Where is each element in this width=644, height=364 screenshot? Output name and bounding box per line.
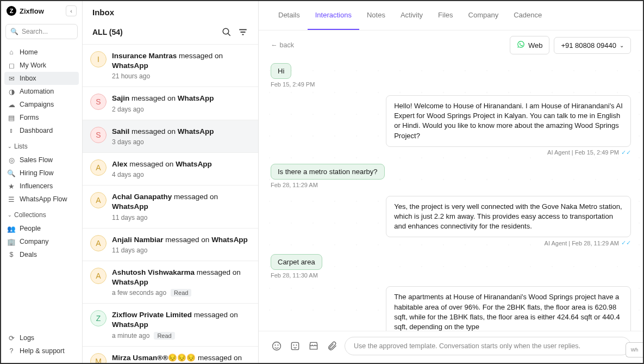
message-meta: AI Agent | Feb 28, 11:29 AM✓✓ <box>545 239 631 246</box>
sidebar-item-hiring-flow[interactable]: 🔍Hiring Flow <box>1 166 82 180</box>
thread-meta: 3 days ago <box>112 138 251 146</box>
emoji-icon[interactable] <box>271 340 283 352</box>
back-button[interactable]: ← back <box>271 41 294 49</box>
sidebar-item-people[interactable]: 👥People <box>1 222 82 235</box>
phone-selector[interactable]: +91 80808 09440 ⌄ <box>554 37 631 54</box>
help-&-support-icon: ? <box>8 347 15 355</box>
sidebar-item-influencers[interactable]: ★Influencers <box>1 180 82 193</box>
thread-title: Ashutosh Vishwakarma messaged on WhatsAp… <box>112 268 251 287</box>
thread-meta: a few seconds agoRead <box>112 289 251 297</box>
thread-meta: a minute agoRead <box>112 332 251 340</box>
thread-meta: 21 hours ago <box>112 72 251 80</box>
thread-meta: 2 days ago <box>112 106 251 113</box>
svg-line-1 <box>228 33 230 36</box>
support-widget[interactable]: Wh <box>626 342 643 357</box>
thread-row[interactable]: MMirza Usman®®😔😔😔 messaged on WhatsApp2 … <box>83 347 258 363</box>
sidebar-item-help-&-support[interactable]: ?Help & support <box>1 344 82 357</box>
thread-title: Anjali Nambiar messaged on WhatsApp <box>112 235 251 245</box>
avatar: Z <box>90 310 107 326</box>
message-group: The apartments at House of Hiranandani's… <box>271 286 631 331</box>
read-badge: Read <box>171 289 191 297</box>
message-group: Hello! Welcome to House of Hiranandani. … <box>271 95 631 156</box>
sidebar-item-automation[interactable]: ◑Automation <box>1 85 82 98</box>
message-inbound: Carpet area <box>271 254 322 270</box>
inbox-icon: ✉ <box>8 75 15 82</box>
sidebar-item-inbox[interactable]: ✉Inbox <box>4 72 79 85</box>
svg-rect-8 <box>291 342 298 349</box>
message-group: HiFeb 15, 2:49 PM <box>271 63 631 88</box>
sidebar-item-company[interactable]: 🏢Company <box>1 235 82 248</box>
avatar: A <box>90 268 107 284</box>
tab-notes[interactable]: Notes <box>359 1 393 30</box>
tab-interactions[interactable]: Interactions <box>308 1 359 30</box>
sidebar-item-sales-flow[interactable]: ◎Sales Flow <box>1 153 82 166</box>
sales-flow-icon: ◎ <box>8 156 15 164</box>
message-group: Carpet areaFeb 28, 11:30 AM <box>271 254 631 279</box>
thread-meta: 11 days ago <box>112 214 251 221</box>
collections-section-header[interactable]: ⌄ Collections <box>1 207 82 221</box>
tab-company[interactable]: Company <box>461 1 507 30</box>
sidebar-collapse-button[interactable]: ‹ <box>66 5 77 16</box>
sidebar-item-label: Company <box>20 238 49 245</box>
thread-row[interactable]: SSahil messaged on WhatsApp3 days ago <box>83 120 258 153</box>
sidebar-item-my-work[interactable]: ◻My Work <box>1 59 82 72</box>
thread-row[interactable]: AAlex messaged on WhatsApp4 days ago <box>83 153 258 186</box>
thread-row[interactable]: AAchal Ganapathy messaged on WhatsApp11 … <box>83 186 258 228</box>
sidebar-item-label: Influencers <box>20 182 53 190</box>
sidebar-item-label: Deals <box>20 251 37 258</box>
tab-files[interactable]: Files <box>430 1 460 30</box>
hiring-flow-icon: 🔍 <box>8 169 15 177</box>
my-work-icon: ◻ <box>8 61 15 69</box>
sidebar-item-forms[interactable]: ▤Forms <box>1 111 82 124</box>
composer: Use the approved template. Conversation … <box>259 331 643 363</box>
inbox-filter-all[interactable]: ALL (54) <box>92 28 216 36</box>
thread-row[interactable]: SSajin messaged on WhatsApp2 days ago <box>83 87 258 120</box>
sidebar-item-label: Hiring Flow <box>20 169 54 177</box>
tab-cadence[interactable]: Cadence <box>506 1 549 30</box>
attachment-icon[interactable] <box>326 340 338 352</box>
logo-icon: Z <box>7 6 16 16</box>
message-group: Is there a metro station nearby?Feb 28, … <box>271 164 631 188</box>
sticker-icon[interactable] <box>289 340 301 352</box>
message-outbound: Hello! Welcome to House of Hiranandani. … <box>386 95 631 147</box>
thread-row[interactable]: AAshutosh Vishwakarma messaged on WhatsA… <box>83 261 258 304</box>
thread-row[interactable]: ZZixflow Private Limited messaged on Wha… <box>83 304 258 346</box>
tab-details[interactable]: Details <box>271 1 308 30</box>
sidebar-item-label: Forms <box>20 114 39 121</box>
sidebar-item-logs[interactable]: ⟳Logs <box>1 331 82 344</box>
search-placeholder: Search... <box>22 28 48 35</box>
lists-section-header[interactable]: ⌄ Lists <box>1 138 82 152</box>
dashboard-icon: ⫾ <box>8 127 15 134</box>
sidebar-item-home[interactable]: ⌂Home <box>1 46 82 59</box>
search-icon: 🔍 <box>10 28 18 35</box>
delivered-icon: ✓✓ <box>621 239 631 246</box>
sidebar-item-label: Sales Flow <box>20 156 53 164</box>
channel-selector[interactable]: Web <box>510 36 550 54</box>
sidebar-item-label: Automation <box>20 88 54 95</box>
sidebar-item-campaigns[interactable]: ☁Campaigns <box>1 98 82 111</box>
message-timestamp: Feb 28, 11:30 AM <box>271 272 631 279</box>
thread-row[interactable]: IInsurance Mantras messaged on WhatsApp2… <box>83 45 258 87</box>
thread-row[interactable]: AAnjali Nambiar messaged on WhatsApp11 d… <box>83 229 258 261</box>
message-timestamp: Feb 15, 2:49 PM <box>271 81 631 88</box>
search-icon[interactable] <box>221 27 232 38</box>
company-icon: 🏢 <box>8 238 15 245</box>
message-meta: AI Agent | Feb 15, 2:49 PM✓✓ <box>547 149 631 156</box>
message-timestamp: Feb 28, 11:29 AM <box>271 182 631 188</box>
brand-name: Zixflow <box>20 7 62 15</box>
svg-point-0 <box>223 28 229 34</box>
sidebar-item-whatsapp-flow[interactable]: ☰WhatsApp Flow <box>1 193 82 206</box>
shop-icon[interactable] <box>308 340 320 352</box>
whatsapp-icon <box>517 40 525 50</box>
svg-point-6 <box>275 345 276 346</box>
sidebar-item-deals[interactable]: $Deals <box>1 248 82 261</box>
svg-point-10 <box>296 345 297 346</box>
search-input[interactable]: 🔍 Search... <box>5 24 78 39</box>
avatar: A <box>90 192 107 208</box>
sidebar-item-dashboard[interactable]: ⫾Dashboard <box>1 124 82 137</box>
filter-icon[interactable] <box>237 27 248 38</box>
tab-activity[interactable]: Activity <box>393 1 430 30</box>
automation-icon: ◑ <box>8 88 15 95</box>
deals-icon: $ <box>8 251 15 258</box>
message-input[interactable]: Use the approved template. Conversation … <box>345 337 631 355</box>
